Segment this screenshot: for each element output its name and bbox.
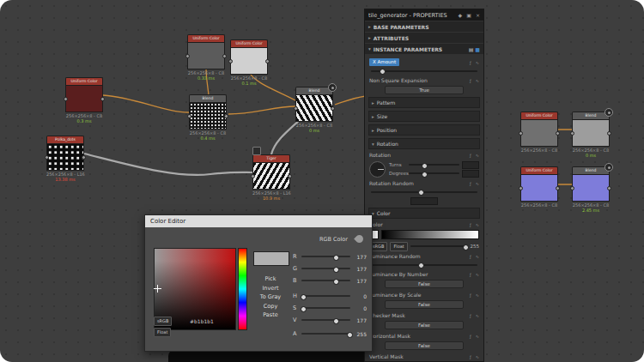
turns-value[interactable]	[462, 161, 479, 169]
to-gray-button[interactable]: To Gray	[260, 293, 281, 300]
node-uniform-color-4[interactable]: Uniform Color 256×256×8 - C8	[520, 112, 558, 153]
dock-icon[interactable]: ▣	[466, 12, 471, 18]
luminance-random-slider[interactable]	[371, 261, 477, 268]
invert-button[interactable]: Invert	[262, 285, 278, 292]
node-blend-normal[interactable]: Blend 256×256×8 - C8 2.45 ms	[572, 166, 610, 213]
node-polka-dots[interactable]: Polka_dots 256×256×8 - L16 13.38 ms	[46, 136, 84, 182]
curve-icon[interactable]: ∿	[476, 254, 479, 259]
value-slider[interactable]	[301, 317, 350, 323]
function-icon[interactable]: ƒ	[470, 254, 471, 259]
color-mode-icon[interactable]	[354, 233, 365, 244]
function-icon[interactable]: ƒ	[470, 313, 471, 318]
node-blend-3[interactable]: Blend 256×256×8 - C8 0 ms	[572, 112, 610, 158]
float-button[interactable]: Float	[390, 242, 407, 251]
function-icon[interactable]: ƒ	[470, 60, 471, 65]
float-button[interactable]: Float	[154, 328, 171, 337]
properties-title-bar[interactable]: tile_generator - PROPERTIES ◆ ▣ ×	[365, 9, 483, 21]
curve-icon[interactable]: ∿	[476, 222, 479, 227]
channel-value[interactable]: 177	[353, 317, 367, 323]
saturation-slider[interactable]	[301, 305, 350, 311]
node-thumbnail	[187, 42, 225, 69]
hex-value-field[interactable]: #b1b1b1	[190, 318, 214, 324]
channel-value[interactable]: 177	[353, 278, 367, 284]
function-icon[interactable]: ƒ	[470, 293, 471, 298]
alpha-slider[interactable]	[410, 243, 468, 250]
blue-slider[interactable]	[301, 277, 350, 284]
curve-icon[interactable]: ∿	[476, 181, 479, 186]
hue-slider[interactable]	[301, 293, 350, 299]
function-icon[interactable]: ƒ	[470, 181, 471, 186]
curve-icon[interactable]: ∿	[476, 334, 479, 339]
node-blend-2[interactable]: Blend 256×256×8 - C8 0 ms	[295, 87, 333, 133]
node-flag-icon[interactable]	[252, 147, 261, 155]
color-gradient-bar[interactable]	[381, 230, 479, 239]
curve-icon[interactable]: ∿	[476, 153, 479, 158]
output-toggle-icon[interactable]	[605, 163, 613, 172]
wire[interactable]	[335, 96, 366, 105]
channel-value[interactable]: 177	[353, 254, 367, 260]
alpha-slider[interactable]	[301, 330, 350, 337]
non-square-expansion-button[interactable]: True	[385, 86, 464, 94]
section-base-parameters[interactable]: ▸ BASE PARAMETERS	[365, 21, 483, 32]
group-position[interactable]: ▸ Position	[368, 124, 480, 136]
param-x-amount-tag[interactable]: X Amount	[369, 58, 399, 66]
node-blend-1[interactable]: Blend 256×256×8 - C8 0.4 ms	[189, 94, 227, 141]
alpha-value[interactable]: 255	[471, 244, 480, 249]
function-icon[interactable]: ƒ	[470, 222, 471, 227]
horizontal-mask-button[interactable]: False	[385, 341, 464, 350]
output-toggle-icon[interactable]	[328, 83, 337, 92]
red-slider[interactable]	[301, 253, 350, 260]
function-icon[interactable]: ƒ	[470, 334, 471, 339]
rotation-random-slider[interactable]	[371, 188, 477, 196]
node-tiger[interactable]: Tiger 256×256×8 - L16 10.9 ms	[252, 154, 290, 201]
checker-mask-button[interactable]: False	[385, 321, 464, 329]
function-icon[interactable]: ƒ	[470, 153, 471, 158]
node-uniform-color-1[interactable]: Uniform Color 256×256×8 - C8 0.33 ms	[187, 34, 225, 81]
node-uniform-color-3[interactable]: Uniform Color 256×256×8 - C8 0.3 ms	[65, 77, 103, 124]
node-uniform-color-normal[interactable]: Uniform Color 256×256×8 - C8	[520, 166, 558, 208]
section-instance-parameters[interactable]: ▾ INSTANCE PARAMETERS ▤ ■	[365, 44, 483, 54]
color-editor-title-bar[interactable]: Color Editor	[145, 215, 372, 227]
luminance-by-number-button[interactable]: False	[385, 280, 464, 288]
luminance-by-scale-button[interactable]: False	[385, 300, 464, 309]
group-rotation[interactable]: ▾ Rotation	[368, 138, 480, 149]
copy-button[interactable]: Copy	[264, 303, 278, 310]
function-icon[interactable]: ƒ	[470, 272, 471, 277]
wire[interactable]	[103, 95, 189, 112]
channel-value[interactable]: 255	[353, 331, 367, 337]
node-uniform-color-2[interactable]: Uniform Color 256×256×8 - C8 0.1 ms	[230, 39, 268, 86]
function-icon[interactable]: ƒ	[470, 78, 471, 83]
curve-icon[interactable]: ∿	[476, 60, 479, 65]
channel-value[interactable]: 0	[353, 305, 367, 311]
wire[interactable]	[84, 154, 252, 175]
curve-icon[interactable]: ∿	[476, 78, 479, 83]
wire[interactable]	[228, 106, 295, 114]
curve-icon[interactable]: ∿	[476, 272, 479, 277]
turns-slider[interactable]	[409, 161, 459, 168]
group-size[interactable]: ▸ Size	[368, 111, 480, 122]
function-icon[interactable]: ƒ	[470, 354, 471, 359]
output-toggle-icon[interactable]	[605, 108, 613, 117]
x-amount-slider[interactable]	[371, 67, 477, 75]
list-icon[interactable]: ▤	[469, 46, 474, 52]
close-icon[interactable]: ×	[476, 12, 480, 18]
section-attributes[interactable]: ▸ ATTRIBUTES	[365, 33, 483, 43]
curve-icon[interactable]: ∿	[476, 313, 479, 318]
group-pattern[interactable]: ▸ Pattern	[368, 97, 480, 108]
paste-button[interactable]: Paste	[263, 311, 278, 318]
pick-button[interactable]: Pick	[265, 275, 276, 282]
rotation-dial[interactable]	[369, 161, 386, 178]
curve-icon[interactable]: ∿	[476, 354, 479, 359]
pin-icon[interactable]: ◆	[459, 12, 463, 18]
node-graph-canvas[interactable]: Uniform Color 256×256×8 - C8 0.33 ms Uni…	[0, 0, 644, 362]
preset-icon[interactable]: ■	[475, 46, 480, 52]
srgb-button[interactable]: sRGB	[154, 317, 172, 326]
green-slider[interactable]	[301, 265, 350, 272]
degrees-value[interactable]	[462, 170, 479, 178]
degrees-slider[interactable]	[409, 170, 459, 177]
group-color[interactable]: ▾ Color	[368, 208, 480, 219]
curve-icon[interactable]: ∿	[476, 293, 479, 298]
channel-value[interactable]: 177	[353, 266, 367, 272]
rotation-random-value[interactable]	[410, 197, 438, 205]
channel-value[interactable]: 0	[353, 293, 367, 299]
